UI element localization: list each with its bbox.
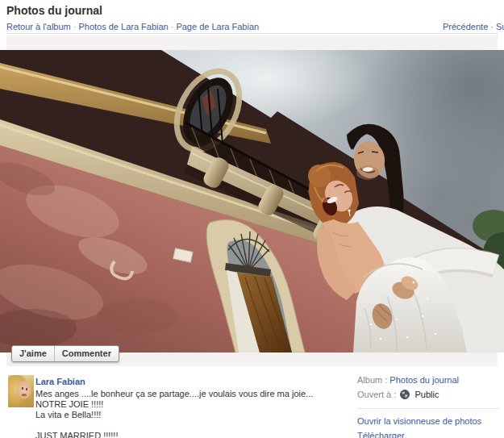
- meta-divider: [357, 408, 499, 409]
- header-dotted-divider: [6, 33, 498, 34]
- open-photo-viewer-link[interactable]: Ouvrir la visionneuse de photos: [357, 416, 499, 426]
- photo-caption-text: Mes anges ....le bonheur ça se partage..…: [35, 389, 350, 438]
- breadcrumb: Retour à l'album·Photos de Lara Fabian·P…: [6, 22, 259, 31]
- comment-button[interactable]: Commenter: [54, 346, 119, 361]
- album-label: Album :: [357, 375, 387, 385]
- like-button[interactable]: J'aime: [12, 346, 54, 361]
- album-link[interactable]: Photos du journal: [389, 375, 459, 385]
- breadcrumb-link-photos-of[interactable]: Photos de Lara Fabian: [78, 22, 168, 31]
- author-name-link[interactable]: Lara Fabian: [35, 377, 85, 386]
- caption-block: Lara Fabian Mes anges ....le bonheur ça …: [8, 373, 350, 438]
- breadcrumb-link-page-of[interactable]: Page de Lara Fabian: [176, 22, 259, 31]
- globe-icon: [400, 390, 410, 399]
- photo-page: Photos du journal Retour à l'album·Photo…: [0, 0, 504, 438]
- privacy-value: Public: [414, 390, 439, 399]
- privacy-label: Ouvert à :: [357, 390, 396, 399]
- action-buttons: J'aime Commenter: [11, 345, 119, 362]
- photo-pagination-links[interactable]: Précédente · Su: [443, 22, 504, 33]
- photo-meta-panel: Album : Photos du journal Ouvert à : Pub…: [357, 375, 499, 438]
- privacy-row: Ouvert à : Public: [357, 390, 499, 399]
- wedding-photo[interactable]: [0, 50, 504, 352]
- page-title: Photos du journal: [6, 4, 102, 17]
- author-avatar[interactable]: [8, 375, 34, 407]
- like-comment-button-group: J'aime Commenter: [11, 345, 119, 362]
- album-row: Album : Photos du journal: [357, 375, 499, 385]
- breadcrumb-link-back-to-album[interactable]: Retour à l'album: [6, 22, 71, 31]
- breadcrumb-separator: ·: [169, 22, 177, 31]
- download-link[interactable]: Télécharger: [357, 431, 499, 438]
- caption-body: Lara Fabian Mes anges ....le bonheur ça …: [35, 373, 350, 438]
- breadcrumb-separator: ·: [71, 22, 79, 31]
